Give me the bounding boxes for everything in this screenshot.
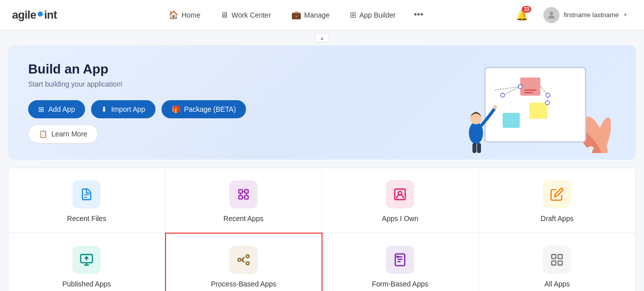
svg-rect-26: [238, 190, 242, 193]
process-based-apps-label: Process-Based Apps: [211, 280, 276, 288]
hero-buttons: ⊞ Add App ⬇ Import App 🎁 Package (BETA) …: [28, 100, 280, 143]
svg-point-21: [493, 105, 497, 109]
grid-icon: ⊞: [350, 10, 356, 20]
main-nav: 🏠 Home 🖥 Work Center 💼 Manage ⊞ App Buil…: [77, 6, 513, 24]
chevron-down-icon: ▼: [623, 12, 628, 18]
svg-point-4: [588, 147, 594, 150]
collapse-bar: ▲: [0, 30, 644, 45]
package-beta-button[interactable]: 🎁 Package (BETA): [162, 100, 246, 118]
process-based-apps-icon-wrap: [229, 246, 258, 274]
draft-apps-icon-wrap: [543, 180, 571, 208]
recent-files-label: Recent Files: [67, 214, 106, 223]
app-card-all-apps[interactable]: All Apps: [479, 233, 636, 291]
apps-i-own-icon-wrap: [386, 180, 414, 208]
form-based-apps-icon-wrap: [386, 246, 414, 274]
form-based-apps-label: Form-Based Apps: [372, 280, 428, 288]
svg-rect-23: [477, 143, 481, 153]
svg-rect-7: [529, 103, 547, 119]
svg-rect-27: [245, 190, 248, 193]
user-menu-button[interactable]: firstname lastname ▼: [539, 5, 632, 25]
all-apps-icon-wrap: [543, 246, 571, 274]
svg-point-0: [550, 12, 553, 15]
add-app-label: Add App: [48, 105, 75, 113]
draft-apps-label: Draft Apps: [541, 214, 574, 223]
header-right: 🔔 33 firstname lastname ▼: [513, 5, 632, 25]
apps-i-own-label: Apps I Own: [382, 214, 418, 223]
app-card-recent-files[interactable]: Recent Files: [9, 168, 166, 233]
recent-apps-icon-wrap: [229, 180, 258, 208]
nav-item-work-center[interactable]: 🖥 Work Center: [212, 7, 279, 24]
learn-more-icon: 📋: [39, 130, 47, 138]
svg-point-14: [546, 93, 550, 97]
logo[interactable]: agileint: [12, 9, 57, 22]
svg-rect-39: [558, 255, 562, 259]
nav-item-home[interactable]: 🏠 Home: [160, 6, 208, 24]
app-grid: Recent Files Recent Apps Apps I Own Draf…: [8, 168, 636, 291]
nav-label-home: Home: [182, 11, 200, 19]
logo-text-before: agile: [12, 9, 36, 22]
import-icon: ⬇: [101, 105, 107, 113]
app-card-form-based-apps[interactable]: Form-Based Apps: [322, 233, 479, 291]
user-name: firstname lastname: [564, 11, 619, 19]
nav-item-manage[interactable]: 💼 Manage: [283, 6, 338, 24]
app-card-published-apps[interactable]: Published Apps: [9, 233, 166, 291]
import-app-label: Import App: [111, 105, 145, 113]
learn-more-label: Learn More: [51, 130, 88, 138]
svg-rect-41: [558, 261, 562, 265]
logo-dot: [38, 12, 43, 17]
monitor-icon: 🖥: [220, 11, 228, 20]
hero-banner: Build an App Start building your applica…: [8, 45, 636, 160]
svg-rect-37: [397, 256, 398, 257]
notification-button[interactable]: 🔔 33: [513, 6, 531, 24]
package-icon: 🎁: [172, 105, 180, 113]
nav-label-manage: Manage: [304, 11, 330, 19]
import-app-button[interactable]: ⬇ Import App: [91, 100, 155, 118]
svg-point-35: [247, 262, 250, 265]
recent-files-icon-wrap: [72, 180, 101, 208]
add-app-icon: ⊞: [38, 105, 44, 113]
hero-content: Build an App Start building your applica…: [28, 61, 280, 143]
nav-label-work-center: Work Center: [231, 11, 271, 19]
nav-item-app-builder[interactable]: ⊞ App Builder: [342, 6, 404, 24]
main-header: agileint 🏠 Home 🖥 Work Center 💼 Manage ⊞…: [0, 0, 644, 30]
nav-label-app-builder: App Builder: [359, 11, 395, 19]
app-card-draft-apps[interactable]: Draft Apps: [479, 168, 636, 233]
svg-rect-28: [238, 195, 242, 199]
recent-apps-label: Recent Apps: [223, 214, 263, 223]
home-icon: 🏠: [169, 10, 179, 20]
svg-point-15: [545, 101, 549, 105]
chevron-up-icon: ▲: [319, 35, 325, 41]
svg-rect-38: [552, 255, 556, 259]
hero-illustration: [455, 62, 616, 143]
app-card-process-based-apps[interactable]: Process-Based Apps: [165, 233, 323, 291]
avatar: [543, 7, 559, 23]
svg-point-33: [238, 258, 241, 261]
logo-text-after: int: [44, 9, 57, 22]
all-apps-label: All Apps: [544, 280, 570, 288]
published-apps-label: Published Apps: [62, 280, 111, 288]
svg-rect-29: [245, 195, 248, 199]
illustration-svg: [455, 62, 611, 153]
app-card-recent-apps[interactable]: Recent Apps: [166, 168, 323, 233]
svg-point-34: [247, 255, 250, 258]
package-beta-label: Package (BETA): [184, 105, 236, 113]
published-apps-icon-wrap: [72, 246, 101, 274]
svg-point-13: [518, 85, 522, 89]
app-card-apps-i-own[interactable]: Apps I Own: [322, 168, 479, 233]
learn-more-button[interactable]: 📋 Learn More: [28, 124, 98, 143]
svg-point-16: [501, 93, 505, 97]
notification-badge: 33: [522, 6, 531, 13]
add-app-button[interactable]: ⊞ Add App: [28, 100, 85, 118]
svg-rect-40: [552, 261, 556, 265]
svg-rect-8: [503, 113, 520, 128]
svg-rect-22: [472, 143, 476, 153]
collapse-button[interactable]: ▲: [315, 33, 329, 42]
hero-title: Build an App: [28, 61, 280, 77]
nav-more-button[interactable]: •••: [408, 6, 430, 24]
hero-subtitle: Start building your application!: [28, 80, 280, 88]
briefcase-icon: 💼: [291, 10, 301, 20]
